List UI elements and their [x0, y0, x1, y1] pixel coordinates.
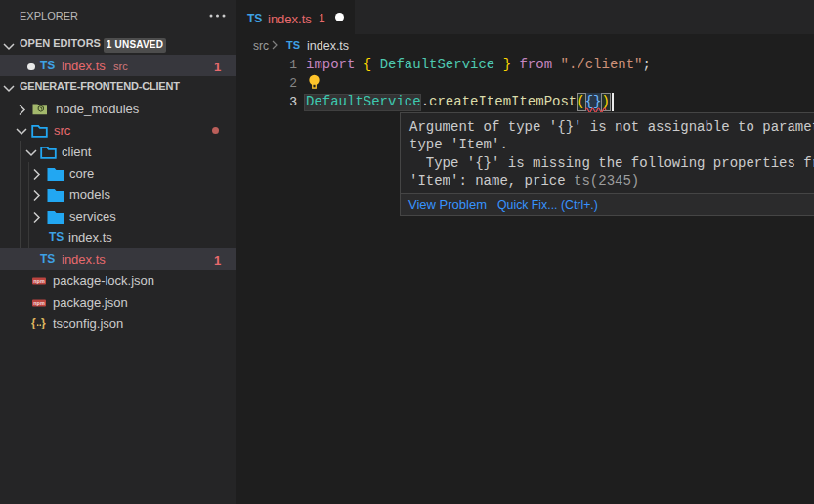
- svg-text:npm: npm: [33, 300, 45, 306]
- svg-text:}: }: [41, 317, 46, 329]
- svg-text:{: {: [31, 317, 36, 329]
- svg-text:npm: npm: [33, 278, 45, 284]
